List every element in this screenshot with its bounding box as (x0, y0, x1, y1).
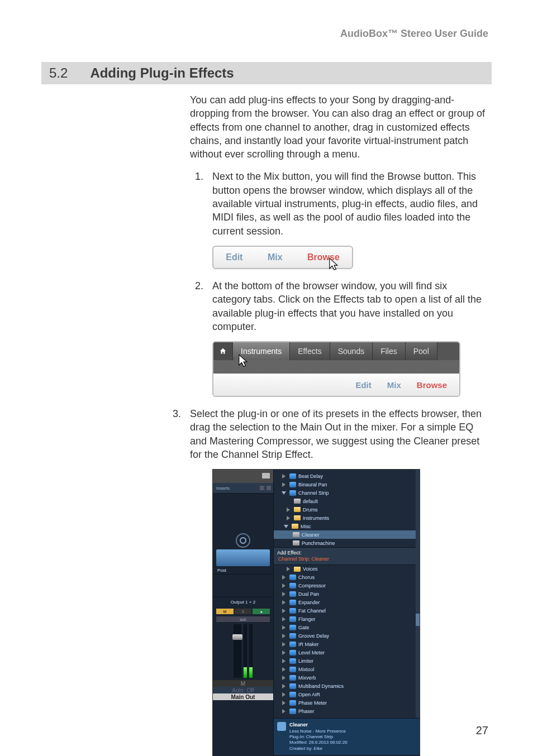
list-item[interactable]: Limiter (274, 657, 420, 666)
effect-icon (289, 683, 296, 689)
list-item[interactable]: Open AIR (274, 691, 420, 699)
step-2: 2. At the bottom of the browser window, … (190, 279, 488, 333)
level-meter (249, 624, 253, 678)
effect-icon (289, 642, 296, 647)
preset-icon (293, 540, 299, 546)
step-1-text: Next to the Mix button, you will find th… (212, 170, 488, 237)
add-effect-tooltip: Add Effect: Channel Strip: Cleaner (274, 547, 420, 565)
folder-icon (292, 524, 298, 529)
list-item[interactable]: Groove Delay (274, 632, 420, 640)
edit-button[interactable]: Edit (226, 252, 242, 262)
list-item[interactable]: default (274, 497, 420, 505)
effect-icon (289, 473, 296, 479)
list-item[interactable]: Fat Channel (274, 607, 420, 615)
effect-icon (289, 633, 296, 639)
effect-icon (289, 600, 296, 605)
list-item[interactable]: Drums (274, 505, 420, 514)
list-item[interactable]: Misc (274, 522, 420, 530)
preset-info-panel: Cleaner Less Noise - More Presence Plug-… (274, 718, 420, 755)
level-meter (244, 624, 247, 678)
list-item[interactable]: Multiband Dynamics (274, 682, 420, 691)
effect-icon (289, 575, 296, 580)
list-item[interactable]: Flanger (274, 615, 420, 624)
effect-icon (289, 625, 296, 630)
tab-sounds[interactable]: Sounds (330, 342, 373, 360)
section-number: 5.2 (49, 65, 68, 81)
effect-icon (289, 700, 296, 706)
step-3-number: 3. (168, 407, 181, 461)
effects-tree: Beat Delay Binaural Pan Channel Strip de… (274, 470, 420, 718)
automation-mode[interactable]: Auto: Off (213, 687, 273, 693)
list-item[interactable]: Mixtool (274, 666, 420, 674)
list-item[interactable]: Compressor (274, 582, 420, 590)
preset-icon (293, 532, 299, 537)
effect-icon (289, 591, 296, 597)
list-item[interactable]: Instruments (274, 514, 420, 522)
inserts-label: Inserts (216, 486, 230, 491)
tab-effects[interactable]: Effects (290, 342, 330, 360)
running-header: AudioBox™ Stereo User Guide (45, 28, 488, 40)
effect-thumbnail[interactable] (216, 549, 270, 566)
mute-button[interactable]: M (216, 609, 234, 614)
list-item[interactable]: Expander (274, 599, 420, 607)
preset-info-icon (277, 722, 286, 731)
effect-icon (289, 482, 296, 487)
list-item[interactable]: Chorus (274, 573, 420, 582)
list-item[interactable]: Channel Strip (274, 489, 420, 497)
mix-button-2[interactable]: Mix (387, 380, 401, 390)
step-3-text: Select the plug-in or one of its presets… (190, 407, 488, 461)
page-number: 27 (476, 724, 488, 737)
preset-icon (294, 499, 301, 504)
list-item[interactable]: Gate (274, 624, 420, 632)
inserts-controls[interactable] (260, 486, 271, 490)
section-title: Adding Plug-in Effects (90, 65, 234, 81)
volume-fader[interactable] (234, 624, 241, 678)
step-3: 3. Select the plug-in or one of its pres… (168, 407, 488, 461)
figure-toolbar-browse: Edit Mix Browse (212, 246, 353, 269)
home-tab-icon[interactable] (213, 342, 233, 360)
effect-icon (289, 616, 296, 622)
list-item[interactable]: Beat Delay (274, 472, 420, 480)
effect-icon (289, 692, 296, 697)
effect-icon (289, 583, 296, 588)
list-item[interactable]: Level Meter (274, 649, 420, 657)
step-1-number: 1. (190, 170, 203, 237)
list-item[interactable]: Phase Meter (274, 699, 420, 707)
section-header-bar: 5.2 Adding Plug-in Effects (41, 62, 492, 84)
figure-effects-browser-drag: Inserts Post Output 1 + 2 M S ● (212, 469, 420, 756)
tab-files[interactable]: Files (373, 342, 406, 360)
mix-button[interactable]: Mix (268, 252, 283, 262)
step-1: 1. Next to the Mix button, you will find… (190, 170, 488, 237)
scrollbar[interactable] (416, 470, 420, 736)
list-item[interactable]: Phaser (274, 707, 420, 716)
list-item[interactable]: Mixverb (274, 674, 420, 682)
channel-mute[interactable]: M (213, 680, 273, 687)
preset-cleaner[interactable]: Cleaner (274, 530, 420, 539)
power-icon[interactable] (236, 533, 250, 548)
effect-icon (289, 658, 296, 664)
effect-icon (289, 675, 296, 681)
effect-icon (289, 667, 296, 672)
figure-browser-tabs: Instruments Effects Sounds Files Pool Ed… (212, 341, 460, 397)
list-item[interactable]: Dual Pan (274, 590, 420, 599)
browse-button-2[interactable]: Browse (417, 380, 447, 390)
list-item[interactable]: Voices (274, 565, 420, 573)
effect-icon (289, 608, 296, 614)
solo-indicator[interactable]: ● (253, 609, 270, 614)
sub-button[interactable]: sub (216, 616, 270, 622)
effect-icon (289, 490, 296, 496)
list-item[interactable]: Binaural Pan (274, 480, 420, 489)
folder-icon (294, 567, 301, 572)
folder-icon (294, 515, 301, 520)
list-item[interactable]: IR Maker (274, 640, 420, 649)
list-item[interactable]: Punchmachine (274, 539, 420, 547)
edit-button-2[interactable]: Edit (355, 380, 371, 390)
output-label: Output 1 + 2 (213, 597, 273, 606)
intro-paragraph: You can add plug-ins effects to your Son… (190, 93, 488, 161)
step-2-number: 2. (190, 279, 203, 333)
main-out-label[interactable]: Main Out (213, 693, 273, 700)
tab-pool[interactable]: Pool (406, 342, 437, 360)
effect-icon (289, 709, 296, 714)
mixer-channel-strip: Inserts Post Output 1 + 2 M S ● (213, 470, 274, 756)
solo-mode-button[interactable]: S (235, 609, 252, 614)
